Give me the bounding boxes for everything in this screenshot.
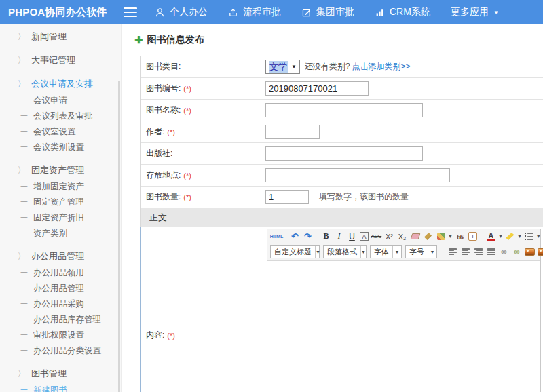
paste-text-icon[interactable]: T bbox=[468, 232, 477, 241]
sidebar-item[interactable]: 一增加固定资产 bbox=[0, 179, 121, 195]
sidebar-item[interactable]: 一审批权限设置 bbox=[0, 328, 121, 343]
font-size-dropdown[interactable]: 字号▼ bbox=[405, 245, 437, 258]
body-section-header: 正文 bbox=[141, 208, 543, 227]
sidebar-item[interactable]: 一办公用品库存管理 bbox=[0, 312, 121, 328]
sidebar-item[interactable]: 一会议列表及审批 bbox=[0, 109, 121, 124]
sidebar-group[interactable]: 〉办公用品管理 bbox=[0, 247, 121, 265]
subscript-button[interactable]: X₂ bbox=[397, 231, 407, 242]
caret-down-icon[interactable]: ▼ bbox=[536, 234, 541, 239]
align-left-icon[interactable] bbox=[449, 248, 457, 255]
content-label: 内容: bbox=[146, 330, 164, 341]
align-right-icon[interactable] bbox=[474, 248, 483, 255]
book-category-select[interactable]: 文学 ▼ bbox=[265, 60, 300, 74]
sidebar-item[interactable]: 一资产类别 bbox=[0, 226, 121, 241]
paint-format-icon[interactable] bbox=[437, 233, 445, 240]
caret-down-icon[interactable]: ▼ bbox=[517, 234, 522, 239]
paragraph-format-dropdown[interactable]: 段落格式▼ bbox=[323, 245, 367, 258]
sidebar-item[interactable]: 一办公用品管理 bbox=[0, 281, 121, 296]
sidebar-item[interactable]: 一固定资产折旧 bbox=[0, 210, 121, 226]
sidebar-scrollbar[interactable] bbox=[118, 81, 120, 392]
highlight-color-icon[interactable] bbox=[506, 233, 514, 240]
sidebar: 〉新闻管理〉大事记管理〉会议申请及安排一会议申请一会议列表及审批一会议室设置一会… bbox=[0, 24, 122, 392]
strikethrough-button[interactable]: ABC bbox=[371, 231, 381, 242]
field-input[interactable] bbox=[265, 103, 423, 117]
dash-icon: 一 bbox=[20, 111, 28, 121]
field-input[interactable] bbox=[265, 125, 320, 139]
redo-button[interactable]: ↷ bbox=[303, 231, 313, 242]
superscript-button[interactable]: X² bbox=[384, 231, 394, 242]
dash-icon: 一 bbox=[20, 299, 28, 309]
nav-group-approval[interactable]: 集团审批 bbox=[301, 6, 354, 18]
bold-button[interactable]: B bbox=[321, 231, 331, 242]
field-input[interactable] bbox=[265, 168, 450, 182]
caret-down-icon[interactable]: ▼ bbox=[448, 234, 453, 239]
editor-content-area[interactable] bbox=[267, 261, 540, 392]
page-title: ✚ 图书信息发布 bbox=[134, 34, 543, 46]
italic-button[interactable]: I bbox=[334, 231, 344, 242]
required-marker: (*) bbox=[183, 106, 191, 115]
caret-down-icon[interactable]: ▼ bbox=[498, 234, 503, 239]
sidebar-item[interactable]: 一新建图书 bbox=[0, 383, 121, 392]
dash-icon: 一 bbox=[20, 197, 28, 208]
required-marker: (*) bbox=[183, 172, 191, 180]
topbar: PHPOA协同办公软件 个人办公 流程审批 集团审批 bbox=[0, 0, 543, 24]
quantity-input[interactable] bbox=[265, 190, 309, 204]
font-style-button[interactable]: A bbox=[360, 232, 369, 241]
sidebar-group[interactable]: 〉固定资产管理 bbox=[0, 161, 121, 179]
user-icon bbox=[155, 7, 165, 18]
field-label: 图书编号: bbox=[146, 83, 181, 94]
form-row-quantity: 图书数量: (*) 填写数字，该图书的数量 bbox=[141, 187, 543, 208]
html-source-button[interactable]: HTML bbox=[272, 231, 282, 242]
remove-format-icon[interactable] bbox=[410, 233, 420, 239]
nav-workflow-approval[interactable]: 流程审批 bbox=[228, 6, 281, 18]
field-input[interactable] bbox=[265, 81, 369, 96]
sidebar-item[interactable]: 一办公用品领用 bbox=[0, 265, 121, 281]
dash-icon: 一 bbox=[20, 268, 28, 278]
sidebar-item[interactable]: 一会议类别设置 bbox=[0, 140, 121, 155]
sidebar-item[interactable]: 一办公用品分类设置 bbox=[0, 343, 121, 359]
dash-icon: 一 bbox=[20, 142, 28, 153]
sidebar-group[interactable]: 〉新闻管理 bbox=[0, 27, 121, 45]
sidebar-group[interactable]: 〉图书管理 bbox=[0, 364, 121, 383]
rich-text-editor: HTML ↶ ↷ B I U A ABC X² X₂ bbox=[267, 229, 541, 392]
dash-icon: 一 bbox=[20, 96, 28, 106]
category-label: 图书类目: bbox=[146, 61, 181, 73]
insert-network-image-icon[interactable] bbox=[538, 248, 543, 256]
insert-link-icon[interactable]: ∞ bbox=[499, 246, 509, 258]
dash-icon: 一 bbox=[20, 315, 28, 325]
field-label: 图书名称: bbox=[146, 104, 181, 116]
form-row: 出版社: bbox=[141, 143, 543, 165]
align-center-icon[interactable] bbox=[462, 248, 470, 255]
ordered-list-icon[interactable] bbox=[525, 233, 533, 240]
format-brush-icon[interactable] bbox=[424, 233, 432, 240]
nav-personal-office[interactable]: 个人办公 bbox=[155, 6, 208, 18]
menu-toggle-icon[interactable] bbox=[124, 7, 137, 17]
font-color-button[interactable]: A bbox=[486, 231, 496, 242]
dash-icon: 一 bbox=[20, 229, 28, 239]
sidebar-group[interactable]: 〉会议申请及安排 bbox=[0, 75, 121, 93]
dash-icon: 一 bbox=[20, 213, 28, 223]
custom-title-dropdown[interactable]: 自定义标题▼ bbox=[270, 245, 320, 258]
nav-crm-system[interactable]: CRM系统 bbox=[375, 6, 430, 18]
sidebar-item[interactable]: 一会议室设置 bbox=[0, 124, 121, 140]
field-input[interactable] bbox=[265, 146, 423, 161]
sidebar-item[interactable]: 一办公用品采购 bbox=[0, 296, 121, 312]
undo-button[interactable]: ↶ bbox=[290, 231, 300, 242]
align-justify-icon[interactable] bbox=[487, 248, 495, 255]
underline-button[interactable]: U bbox=[347, 231, 357, 242]
font-family-dropdown[interactable]: 字体▼ bbox=[370, 245, 402, 258]
chevron-right-icon: 〉 bbox=[18, 250, 25, 262]
add-category-link[interactable]: 点击添加类别>> bbox=[352, 61, 411, 73]
chevron-right-icon: 〉 bbox=[18, 368, 25, 379]
nav-more-apps[interactable]: 更多应用 ▼ bbox=[451, 6, 499, 18]
form-row: 存放地点:(*) bbox=[141, 165, 543, 187]
sidebar-group[interactable]: 〉大事记管理 bbox=[0, 51, 121, 69]
unlink-icon[interactable]: ∞ bbox=[512, 246, 522, 258]
sidebar-item[interactable]: 一会议申请 bbox=[0, 93, 121, 109]
blockquote-button[interactable]: 66 bbox=[455, 231, 465, 242]
sidebar-item[interactable]: 一固定资产管理 bbox=[0, 195, 121, 210]
editor-toolbar-row2: 自定义标题▼ 段落格式▼ 字体▼ 字号▼ ∞ ∞ bbox=[267, 243, 540, 261]
form-row-category: 图书类目: 文学 ▼ 还没有类别? 点击添加类别>> bbox=[141, 56, 543, 78]
insert-image-icon[interactable] bbox=[525, 248, 535, 256]
field-label: 存放地点: bbox=[146, 170, 181, 181]
